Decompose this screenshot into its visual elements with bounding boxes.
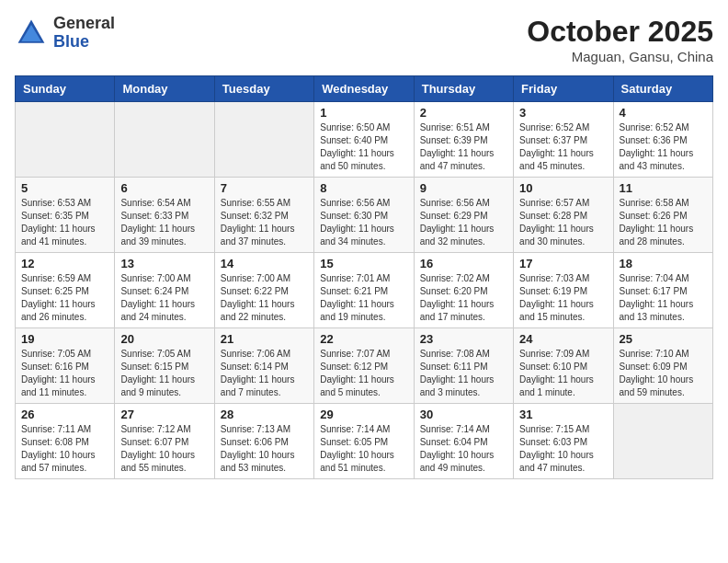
day-number: 17: [519, 257, 607, 270]
weekday-header: Monday: [115, 76, 214, 102]
day-info: Sunrise: 6:59 AM Sunset: 6:25 PM Dayligh…: [21, 272, 108, 324]
calendar-cell: 30Sunrise: 7:14 AM Sunset: 6:04 PM Dayli…: [414, 404, 513, 479]
calendar-cell: 15Sunrise: 7:01 AM Sunset: 6:21 PM Dayli…: [314, 253, 414, 328]
day-info: Sunrise: 7:14 AM Sunset: 6:05 PM Dayligh…: [320, 423, 407, 475]
day-number: 25: [620, 332, 707, 346]
day-info: Sunrise: 7:02 AM Sunset: 6:20 PM Dayligh…: [420, 272, 507, 324]
day-number: 9: [420, 181, 507, 195]
day-info: Sunrise: 6:50 AM Sunset: 6:40 PM Dayligh…: [320, 121, 407, 173]
weekday-header: Sunday: [16, 76, 115, 102]
day-info: Sunrise: 7:11 AM Sunset: 6:08 PM Dayligh…: [21, 423, 108, 475]
day-info: Sunrise: 6:52 AM Sunset: 6:36 PM Dayligh…: [620, 121, 707, 173]
weekday-header: Thursday: [414, 76, 513, 102]
calendar-week-row: 19Sunrise: 7:05 AM Sunset: 6:16 PM Dayli…: [16, 328, 713, 404]
day-number: 12: [21, 257, 108, 270]
calendar-header: SundayMondayTuesdayWednesdayThursdayFrid…: [16, 76, 713, 102]
calendar-cell: [115, 102, 214, 178]
calendar-cell: 2Sunrise: 6:51 AM Sunset: 6:39 PM Daylig…: [414, 102, 513, 178]
calendar-week-row: 12Sunrise: 6:59 AM Sunset: 6:25 PM Dayli…: [16, 253, 713, 328]
calendar-cell: [16, 102, 115, 178]
calendar-body: 1Sunrise: 6:50 AM Sunset: 6:40 PM Daylig…: [16, 102, 713, 479]
day-number: 26: [21, 408, 108, 421]
day-number: 31: [519, 408, 607, 421]
day-info: Sunrise: 7:06 AM Sunset: 6:14 PM Dayligh…: [221, 348, 308, 399]
day-info: Sunrise: 6:54 AM Sunset: 6:33 PM Dayligh…: [120, 197, 208, 248]
day-number: 2: [420, 106, 507, 120]
calendar-week-row: 26Sunrise: 7:11 AM Sunset: 6:08 PM Dayli…: [16, 404, 713, 479]
calendar-cell: 1Sunrise: 6:50 AM Sunset: 6:40 PM Daylig…: [314, 102, 414, 178]
title-block: October 2025 Maguan, Gansu, China: [527, 15, 713, 64]
calendar-cell: 16Sunrise: 7:02 AM Sunset: 6:20 PM Dayli…: [414, 253, 513, 328]
day-number: 10: [519, 181, 607, 195]
calendar-cell: [613, 404, 712, 479]
day-info: Sunrise: 7:04 AM Sunset: 6:17 PM Dayligh…: [620, 272, 707, 324]
day-number: 8: [320, 181, 407, 195]
day-info: Sunrise: 7:00 AM Sunset: 6:24 PM Dayligh…: [120, 272, 208, 324]
calendar-cell: 29Sunrise: 7:14 AM Sunset: 6:05 PM Dayli…: [314, 404, 414, 479]
calendar-cell: 28Sunrise: 7:13 AM Sunset: 6:06 PM Dayli…: [214, 404, 313, 479]
weekday-header: Wednesday: [314, 76, 414, 102]
day-number: 24: [519, 332, 607, 346]
day-number: 13: [120, 257, 208, 270]
day-number: 6: [120, 181, 208, 195]
weekday-header: Saturday: [613, 76, 712, 102]
logo-general: General: [53, 15, 115, 33]
day-number: 29: [320, 408, 407, 421]
calendar-cell: 5Sunrise: 6:53 AM Sunset: 6:35 PM Daylig…: [16, 178, 115, 253]
day-number: 14: [221, 257, 308, 270]
day-info: Sunrise: 6:55 AM Sunset: 6:32 PM Dayligh…: [221, 197, 308, 248]
calendar-week-row: 1Sunrise: 6:50 AM Sunset: 6:40 PM Daylig…: [16, 102, 713, 178]
calendar-cell: 17Sunrise: 7:03 AM Sunset: 6:19 PM Dayli…: [514, 253, 613, 328]
calendar-cell: 9Sunrise: 6:56 AM Sunset: 6:29 PM Daylig…: [414, 178, 513, 253]
day-info: Sunrise: 7:01 AM Sunset: 6:21 PM Dayligh…: [320, 272, 407, 324]
calendar-cell: 7Sunrise: 6:55 AM Sunset: 6:32 PM Daylig…: [214, 178, 313, 253]
day-info: Sunrise: 7:13 AM Sunset: 6:06 PM Dayligh…: [221, 423, 308, 475]
day-number: 5: [21, 181, 108, 195]
location: Maguan, Gansu, China: [527, 49, 713, 64]
weekday-header: Tuesday: [214, 76, 313, 102]
page-header: General Blue October 2025 Maguan, Gansu,…: [15, 15, 713, 64]
day-info: Sunrise: 7:12 AM Sunset: 6:07 PM Dayligh…: [120, 423, 208, 475]
calendar-cell: 19Sunrise: 7:05 AM Sunset: 6:16 PM Dayli…: [16, 328, 115, 404]
day-info: Sunrise: 7:15 AM Sunset: 6:03 PM Dayligh…: [519, 423, 607, 475]
day-number: 18: [620, 257, 707, 270]
day-number: 19: [21, 332, 108, 346]
day-number: 4: [620, 106, 707, 120]
day-number: 27: [120, 408, 208, 421]
calendar-cell: 12Sunrise: 6:59 AM Sunset: 6:25 PM Dayli…: [16, 253, 115, 328]
day-info: Sunrise: 7:09 AM Sunset: 6:10 PM Dayligh…: [519, 348, 607, 399]
day-info: Sunrise: 7:07 AM Sunset: 6:12 PM Dayligh…: [320, 348, 407, 399]
calendar-cell: 4Sunrise: 6:52 AM Sunset: 6:36 PM Daylig…: [613, 102, 712, 178]
day-number: 11: [620, 181, 707, 195]
calendar-cell: 3Sunrise: 6:52 AM Sunset: 6:37 PM Daylig…: [514, 102, 613, 178]
calendar-cell: 13Sunrise: 7:00 AM Sunset: 6:24 PM Dayli…: [115, 253, 214, 328]
day-number: 15: [320, 257, 407, 270]
weekday-header: Friday: [514, 76, 613, 102]
day-info: Sunrise: 7:14 AM Sunset: 6:04 PM Dayligh…: [420, 423, 507, 475]
day-info: Sunrise: 6:52 AM Sunset: 6:37 PM Dayligh…: [519, 121, 607, 173]
day-number: 7: [221, 181, 308, 195]
calendar-cell: 10Sunrise: 6:57 AM Sunset: 6:28 PM Dayli…: [514, 178, 613, 253]
calendar-week-row: 5Sunrise: 6:53 AM Sunset: 6:35 PM Daylig…: [16, 178, 713, 253]
calendar-cell: 18Sunrise: 7:04 AM Sunset: 6:17 PM Dayli…: [613, 253, 712, 328]
day-number: 28: [221, 408, 308, 421]
calendar-cell: 27Sunrise: 7:12 AM Sunset: 6:07 PM Dayli…: [115, 404, 214, 479]
day-info: Sunrise: 6:51 AM Sunset: 6:39 PM Dayligh…: [420, 121, 507, 173]
logo: General Blue: [15, 15, 115, 52]
day-number: 16: [420, 257, 507, 270]
day-number: 22: [320, 332, 407, 346]
day-info: Sunrise: 7:10 AM Sunset: 6:09 PM Dayligh…: [620, 348, 707, 399]
logo-text: General Blue: [53, 15, 115, 52]
day-number: 21: [221, 332, 308, 346]
calendar-cell: 23Sunrise: 7:08 AM Sunset: 6:11 PM Dayli…: [414, 328, 513, 404]
day-info: Sunrise: 6:56 AM Sunset: 6:30 PM Dayligh…: [320, 197, 407, 248]
logo-blue: Blue: [53, 33, 115, 52]
day-number: 20: [120, 332, 208, 346]
day-info: Sunrise: 6:57 AM Sunset: 6:28 PM Dayligh…: [519, 197, 607, 248]
day-info: Sunrise: 7:05 AM Sunset: 6:16 PM Dayligh…: [21, 348, 108, 399]
calendar-cell: [214, 102, 313, 178]
day-number: 30: [420, 408, 507, 421]
day-info: Sunrise: 7:00 AM Sunset: 6:22 PM Dayligh…: [221, 272, 308, 324]
calendar-cell: 6Sunrise: 6:54 AM Sunset: 6:33 PM Daylig…: [115, 178, 214, 253]
weekday-row: SundayMondayTuesdayWednesdayThursdayFrid…: [16, 76, 713, 102]
